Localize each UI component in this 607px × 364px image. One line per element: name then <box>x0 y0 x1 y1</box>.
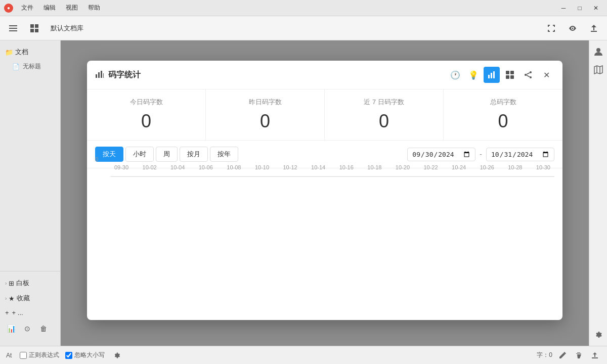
title-bar-menu: 文件 编辑 视图 帮助 <box>17 3 104 13</box>
user-profile-button[interactable] <box>591 44 605 59</box>
stat-total-value: 0 <box>452 111 554 132</box>
filter-week-button[interactable]: 周 <box>156 147 178 162</box>
regex-checkbox[interactable] <box>20 352 27 359</box>
modal-close-button[interactable]: ✕ <box>538 67 554 83</box>
svg-rect-12 <box>488 75 490 78</box>
svg-rect-15 <box>506 71 509 74</box>
x-label-1026: 10-26 <box>476 164 498 176</box>
stat-yesterday: 昨日码字数 0 <box>206 89 325 140</box>
svg-rect-6 <box>35 29 38 32</box>
bottom-settings-button[interactable] <box>111 349 123 361</box>
modal-chart-button[interactable] <box>484 67 500 83</box>
x-label-1028: 10-28 <box>504 164 526 176</box>
folder-icon: 📁 <box>5 49 13 56</box>
sidebar-untitled-label: 无标题 <box>23 62 41 71</box>
modal-table-button[interactable] <box>502 67 518 83</box>
grid-view-button[interactable] <box>25 20 44 36</box>
svg-rect-1 <box>9 28 17 29</box>
menu-help[interactable]: 帮助 <box>84 3 104 13</box>
stat-today-label: 今日码字数 <box>95 98 197 107</box>
settings-btn-right[interactable] <box>591 328 605 342</box>
x-label-1018: 10-18 <box>363 164 385 176</box>
title-bar-controls: ─ □ ✕ <box>556 3 603 13</box>
ignore-case-checkbox[interactable] <box>65 352 72 359</box>
sidebar-whiteboard-label: 白板 <box>16 279 29 288</box>
edit-icon-btn[interactable] <box>556 349 569 361</box>
minimize-button[interactable]: ─ <box>556 3 571 13</box>
sidebar-bottom: › ⊞ 白板 › ★ 收藏 + + ... 📊 ⊙ 🗑 <box>0 271 60 342</box>
svg-rect-16 <box>510 71 514 74</box>
date-end-input[interactable] <box>486 148 554 161</box>
filter-day-button[interactable]: 按天 <box>95 147 123 162</box>
modal-clock-button[interactable]: 🕐 <box>447 67 463 83</box>
sync-icon-btn[interactable]: ⊙ <box>21 323 33 335</box>
filter-year-button[interactable]: 按年 <box>210 147 238 162</box>
date-start-input[interactable] <box>407 148 475 161</box>
svg-rect-13 <box>491 73 492 78</box>
stat-today-value: 0 <box>95 111 197 132</box>
modal-header-actions: 🕐 💡 ✕ <box>447 67 554 83</box>
upload-button[interactable] <box>585 20 603 36</box>
chart-x-labels: 09-30 10-02 10-04 10-06 10-08 10-10 10-1… <box>110 164 554 176</box>
filter-hour-button[interactable]: 小时 <box>125 147 154 162</box>
svg-rect-14 <box>493 71 495 78</box>
x-label-1014: 10-14 <box>307 164 329 176</box>
menu-edit[interactable]: 编辑 <box>39 3 60 13</box>
export-icon-btn[interactable] <box>589 349 601 361</box>
stats-icon-btn[interactable]: 📊 <box>5 323 17 335</box>
date-range-separator: - <box>480 150 482 158</box>
sidebar-item-documents[interactable]: 📁 文档 <box>0 44 60 60</box>
x-label-1006: 10-06 <box>195 164 217 176</box>
fullscreen-button[interactable] <box>542 20 560 36</box>
svg-point-20 <box>525 74 527 76</box>
ignore-case-checkbox-container: 忽略大小写 <box>65 351 105 359</box>
sidebar-favorites-label: 收藏 <box>17 294 30 303</box>
stat-today: 今日码字数 0 <box>87 89 206 140</box>
menu-file[interactable]: 文件 <box>17 3 37 13</box>
stat-yesterday-value: 0 <box>214 111 316 132</box>
stat-week: 近 7 日码字数 0 <box>325 89 444 140</box>
sidebar-documents-label: 文档 <box>15 48 28 57</box>
word-count: 字：0 <box>537 351 552 359</box>
svg-rect-17 <box>506 75 509 79</box>
regex-label: 正则表达式 <box>29 351 59 359</box>
x-label-1008: 10-08 <box>223 164 245 176</box>
svg-rect-11 <box>103 73 104 78</box>
chart-plot <box>110 176 554 177</box>
sidebar-add-button[interactable]: + + ... <box>0 306 60 320</box>
stat-total: 总码字数 0 <box>444 89 562 140</box>
svg-line-23 <box>527 75 530 77</box>
stat-week-value: 0 <box>333 111 435 132</box>
sidebar-toggle-button[interactable] <box>4 20 22 36</box>
modal-share-button[interactable] <box>520 67 536 83</box>
main-content: 📁 文档 📄 无标题 › ⊞ 白板 › ★ 收藏 + <box>0 40 607 346</box>
x-label-1024: 10-24 <box>448 164 470 176</box>
svg-rect-0 <box>9 25 17 26</box>
trash-icon-btn[interactable]: 🗑 <box>37 323 50 335</box>
svg-rect-3 <box>30 24 34 28</box>
sidebar-item-favorites[interactable]: › ★ 收藏 <box>0 291 60 306</box>
modal-bulb-button[interactable]: 💡 <box>465 67 482 83</box>
svg-point-7 <box>572 27 574 29</box>
star-icon: ★ <box>9 295 15 302</box>
sidebar-item-untitled[interactable]: 📄 无标题 <box>0 60 60 73</box>
filter-month-button[interactable]: 按月 <box>180 147 208 162</box>
stat-week-label: 近 7 日码字数 <box>333 98 435 107</box>
delete-icon-btn[interactable] <box>573 349 585 361</box>
svg-rect-8 <box>96 74 97 78</box>
maximize-button[interactable]: □ <box>573 3 587 13</box>
toolbar: 默认文档库 <box>0 16 607 40</box>
preview-button[interactable] <box>563 20 582 36</box>
add-label: + ... <box>12 309 23 316</box>
close-button[interactable]: ✕ <box>589 3 603 13</box>
document-icon: 📄 <box>12 63 20 70</box>
menu-view[interactable]: 视图 <box>62 3 82 13</box>
map-button[interactable] <box>591 63 605 77</box>
x-label-1004: 10-04 <box>166 164 189 176</box>
bottom-bar: At 正则表达式 忽略大小写 字：0 <box>0 346 607 364</box>
svg-rect-2 <box>9 30 17 31</box>
modal-title-icon <box>95 69 104 81</box>
chart-area: 0 09-30 10-02 <box>87 168 562 320</box>
x-label-1016: 10-16 <box>335 164 358 176</box>
sidebar-item-whiteboard[interactable]: › ⊞ 白板 <box>0 276 60 291</box>
